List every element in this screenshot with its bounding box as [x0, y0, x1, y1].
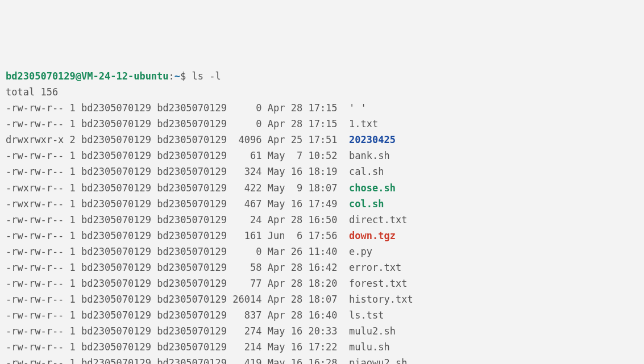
file-day: 28: [291, 278, 302, 289]
file-group: bd2305070129: [157, 150, 227, 161]
file-day: 16: [291, 357, 302, 364]
file-permissions: -rw-rw-r--: [6, 309, 64, 321]
file-day: 16: [291, 166, 302, 177]
terminal-output[interactable]: bd2305070129@VM-24-12-ubuntu:~$ ls -l to…: [6, 68, 638, 364]
file-size: 61: [232, 150, 261, 161]
file-size: 467: [232, 198, 261, 210]
list-row: -rw-rw-r-- 1 bd2305070129 bd2305070129 0…: [6, 118, 378, 129]
list-row: -rw-rw-r-- 1 bd2305070129 bd2305070129 0…: [6, 102, 367, 114]
list-row: -rw-rw-r-- 1 bd2305070129 bd2305070129 3…: [6, 166, 384, 177]
file-month: Apr: [268, 102, 285, 114]
file-name: piaowu2.sh: [349, 357, 407, 364]
file-group: bd2305070129: [157, 309, 227, 321]
file-time: 16:40: [308, 309, 337, 321]
file-name: bank.sh: [349, 150, 390, 161]
file-links: 1: [70, 246, 76, 257]
file-size: 26014: [232, 294, 261, 305]
list-row: -rw-rw-r-- 1 bd2305070129 bd2305070129 7…: [6, 278, 407, 289]
file-month: May: [268, 198, 285, 210]
file-name: col.sh: [349, 198, 384, 210]
file-size: 0: [232, 246, 261, 257]
file-group: bd2305070129: [157, 246, 227, 257]
file-time: 17:49: [308, 198, 337, 210]
file-month: May: [268, 357, 285, 364]
file-permissions: -rw-rw-r--: [6, 230, 64, 241]
file-permissions: -rw-rw-r--: [6, 325, 64, 337]
file-owner: bd2305070129: [81, 102, 151, 114]
file-owner: bd2305070129: [81, 294, 151, 305]
file-links: 1: [70, 182, 76, 194]
file-day: 28: [291, 102, 302, 114]
file-time: 10:52: [308, 150, 337, 161]
file-group: bd2305070129: [157, 198, 227, 210]
file-month: Apr: [268, 118, 285, 129]
file-day: 28: [291, 294, 302, 305]
list-row: -rw-rw-r-- 1 bd2305070129 bd2305070129 4…: [6, 357, 407, 364]
file-size: 58: [232, 262, 261, 273]
prompt-line: bd2305070129@VM-24-12-ubuntu:~$ ls -l: [6, 70, 221, 82]
file-name: 1.txt: [349, 118, 378, 129]
file-month: Mar: [268, 246, 285, 257]
file-size: 837: [232, 309, 261, 321]
file-size: 0: [232, 102, 261, 114]
prompt-sep-colon: :: [169, 70, 174, 82]
file-time: 18:07: [308, 182, 337, 194]
file-name: direct.txt: [349, 214, 407, 225]
file-size: 77: [232, 278, 261, 289]
list-row: -rwxrw-r-- 1 bd2305070129 bd2305070129 4…: [6, 198, 384, 210]
file-day: 16: [291, 325, 302, 337]
file-month: May: [268, 325, 285, 337]
file-group: bd2305070129: [157, 102, 227, 114]
file-name: chose.sh: [349, 182, 396, 194]
file-permissions: -rw-rw-r--: [6, 214, 64, 225]
total-line: total 156: [6, 86, 58, 98]
file-month: Apr: [268, 214, 285, 225]
file-owner: bd2305070129: [81, 278, 151, 289]
file-day: 25: [291, 134, 302, 145]
file-size: 422: [232, 182, 261, 194]
file-owner: bd2305070129: [81, 118, 151, 129]
file-name: mulu.sh: [349, 341, 390, 353]
file-permissions: -rwxrw-r--: [6, 182, 64, 194]
file-permissions: -rw-rw-r--: [6, 150, 64, 161]
file-time: 18:07: [308, 294, 337, 305]
file-permissions: -rw-rw-r--: [6, 246, 64, 257]
file-links: 1: [70, 166, 76, 177]
list-row: -rw-rw-r-- 1 bd2305070129 bd2305070129 1…: [6, 230, 396, 241]
file-size: 214: [232, 341, 261, 353]
file-month: May: [268, 150, 285, 161]
file-month: May: [268, 166, 285, 177]
file-time: 17:22: [308, 341, 337, 353]
file-group: bd2305070129: [157, 214, 227, 225]
file-time: 17:51: [308, 134, 337, 145]
file-time: 17:15: [308, 118, 337, 129]
file-time: 17:15: [308, 102, 337, 114]
file-group: bd2305070129: [157, 325, 227, 337]
file-permissions: -rw-rw-r--: [6, 357, 64, 364]
file-month: Apr: [268, 134, 285, 145]
file-size: 0: [232, 118, 261, 129]
file-owner: bd2305070129: [81, 309, 151, 321]
file-group: bd2305070129: [157, 341, 227, 353]
file-size: 24: [232, 214, 261, 225]
file-month: Jun: [268, 230, 285, 241]
file-listing: -rw-rw-r-- 1 bd2305070129 bd2305070129 0…: [6, 102, 413, 364]
file-owner: bd2305070129: [81, 182, 151, 194]
file-links: 1: [70, 150, 76, 161]
prompt-dollar: $: [180, 70, 192, 82]
file-time: 18:19: [308, 166, 337, 177]
file-group: bd2305070129: [157, 294, 227, 305]
list-row: -rw-rw-r-- 1 bd2305070129 bd2305070129 6…: [6, 150, 390, 161]
file-size: 324: [232, 166, 261, 177]
file-day: 16: [291, 198, 302, 210]
file-group: bd2305070129: [157, 262, 227, 273]
file-owner: bd2305070129: [81, 262, 151, 273]
file-day: 26: [291, 246, 302, 257]
file-name: e.py: [349, 246, 372, 257]
file-permissions: -rw-rw-r--: [6, 278, 64, 289]
file-month: Apr: [268, 262, 285, 273]
file-name: error.txt: [349, 262, 401, 273]
file-owner: bd2305070129: [81, 150, 151, 161]
file-time: 20:33: [308, 325, 337, 337]
file-day: 28: [291, 309, 302, 321]
